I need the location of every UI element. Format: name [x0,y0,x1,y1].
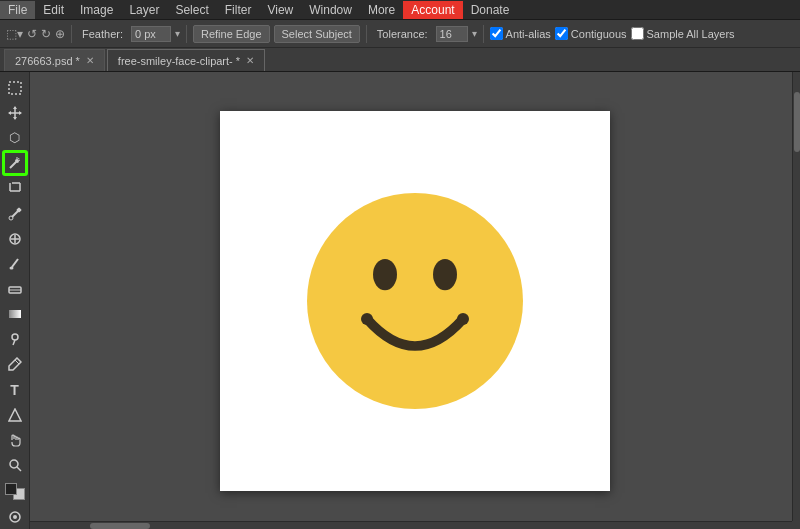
menu-donate[interactable]: Donate [463,1,518,19]
hand-icon [8,433,22,447]
tab-smiley-close[interactable]: ✕ [246,55,254,66]
tab-bar: 276663.psd * ✕ free-smiley-face-clipart-… [0,48,800,72]
tab-smiley-label: free-smiley-face-clipart- * [118,55,240,67]
shape-icon [8,408,22,422]
svg-marker-3 [13,106,17,109]
separator-4 [483,25,484,43]
dodge-icon [8,332,22,346]
svg-rect-0 [9,82,21,94]
text-tool[interactable]: T [3,378,27,401]
svg-point-37 [433,259,457,290]
lasso-tool[interactable]: ⬡ [3,126,27,149]
tolerance-dropdown[interactable]: ▾ [472,28,477,39]
menu-account[interactable]: Account [403,1,462,19]
toolbox: ⬡ [0,72,30,529]
zoom-tool[interactable] [3,453,27,476]
contiguous-label: Contiguous [571,28,627,40]
separator-1 [71,25,72,43]
fg-color-swatch[interactable] [5,483,17,495]
eraser-tool[interactable] [3,277,27,300]
tab-276663-label: 276663.psd * [15,55,80,67]
svg-marker-6 [19,111,22,115]
healing-icon [8,232,22,246]
menu-view[interactable]: View [259,1,301,19]
hand-tool[interactable] [3,428,27,451]
v-scrollbar-thumb[interactable] [794,92,800,152]
brush-tool[interactable] [3,252,27,275]
anti-alias-checkbox-label[interactable]: Anti-alias [490,27,551,40]
menu-select[interactable]: Select [167,1,216,19]
shape-tool[interactable] [3,403,27,426]
tolerance-input[interactable] [436,26,468,42]
select-subject-button[interactable]: Select Subject [274,25,360,43]
svg-line-28 [13,340,15,345]
sample-all-layers-label: Sample All Layers [647,28,735,40]
sample-all-layers-checkbox[interactable] [631,27,644,40]
quick-mask-tool[interactable] [3,506,27,529]
svg-point-27 [12,334,18,340]
feather-dropdown[interactable]: ▾ [175,28,180,39]
tab-276663[interactable]: 276663.psd * ✕ [4,49,105,71]
svg-line-16 [12,211,18,217]
tool-undo-icon: ↺ [27,27,37,41]
svg-point-17 [9,216,13,220]
anti-alias-checkbox[interactable] [490,27,503,40]
tool-options-icon: ⬚▾ [6,27,23,41]
svg-marker-30 [9,409,21,421]
tolerance-label: Tolerance: [373,26,432,42]
h-scrollbar-thumb[interactable] [90,523,150,529]
svg-marker-4 [13,117,17,120]
svg-line-10 [19,160,20,161]
eyedropper-tool[interactable] [3,202,27,225]
dodge-tool[interactable] [3,328,27,351]
crop-tool[interactable] [3,177,27,200]
magic-wand-icon [8,156,22,170]
magic-wand-tool[interactable] [3,151,27,174]
svg-point-31 [10,460,18,468]
main-area: ⬡ [0,72,800,529]
menu-edit[interactable]: Edit [35,1,72,19]
marquee-tool[interactable] [3,76,27,99]
pen-icon [8,357,22,371]
tool-redo-icon: ↻ [41,27,51,41]
svg-line-29 [15,360,19,364]
gradient-icon [8,307,22,321]
zoom-icon [8,458,22,472]
feather-input[interactable] [131,26,171,42]
svg-point-36 [373,259,397,290]
svg-line-32 [17,467,21,471]
svg-point-34 [13,515,17,519]
contiguous-checkbox-label[interactable]: Contiguous [555,27,627,40]
menu-image[interactable]: Image [72,1,121,19]
v-scrollbar[interactable] [792,72,800,521]
color-swatches [3,481,27,502]
svg-point-38 [361,313,373,325]
crop-icon [8,181,22,195]
quick-mask-icon [8,510,22,524]
separator-2 [186,25,187,43]
menu-bar: File Edit Image Layer Select Filter View… [0,0,800,20]
gradient-tool[interactable] [3,303,27,326]
eraser-icon [8,282,22,296]
menu-filter[interactable]: Filter [217,1,260,19]
move-tool[interactable] [3,101,27,124]
tab-276663-close[interactable]: ✕ [86,55,94,66]
refine-edge-button[interactable]: Refine Edge [193,25,270,43]
menu-window[interactable]: Window [301,1,360,19]
menu-file[interactable]: File [0,1,35,19]
sample-all-layers-checkbox-label[interactable]: Sample All Layers [631,27,735,40]
svg-marker-5 [8,111,11,115]
move-icon [8,106,22,120]
svg-line-7 [10,162,16,168]
text-icon: T [10,382,19,398]
menu-layer[interactable]: Layer [121,1,167,19]
pen-tool[interactable] [3,353,27,376]
canvas [220,111,610,491]
h-scrollbar[interactable] [30,521,792,529]
svg-line-22 [12,259,18,267]
healing-tool[interactable] [3,227,27,250]
menu-more[interactable]: More [360,1,403,19]
tab-smiley[interactable]: free-smiley-face-clipart- * ✕ [107,49,265,71]
separator-3 [366,25,367,43]
contiguous-checkbox[interactable] [555,27,568,40]
